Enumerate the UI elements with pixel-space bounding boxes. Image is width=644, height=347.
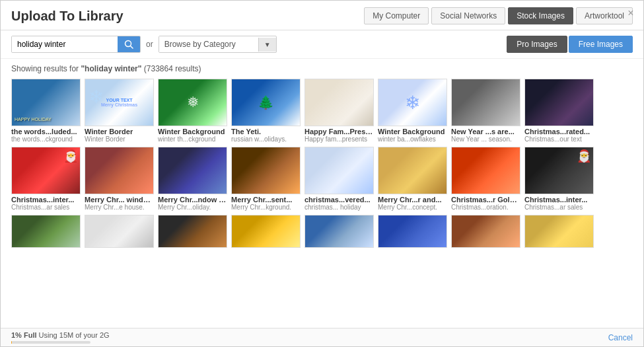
list-item[interactable]: ❅ Winter Background winter th...ckground [158,79,227,143]
image-thumb[interactable]: 🌲 [231,79,301,126]
pro-images-button[interactable]: Pro Images [507,36,567,53]
free-images-button[interactable]: Free Images [569,36,633,53]
list-item[interactable]: New Year ...s are... New Year ... season… [451,79,520,143]
image-thumb[interactable]: ❅ [158,79,227,126]
image-thumb[interactable] [304,79,374,126]
list-item[interactable]: Christmas...r Golden Christmas...oration… [451,147,520,211]
image-subtitle: New Year ... season. [451,135,520,143]
image-thumb[interactable] [304,215,374,248]
image-title: Christmas...r Golden [451,196,520,204]
list-item[interactable]: YOUR TEXTMerry Christmas ❄ Winter Border… [85,79,154,143]
image-subtitle: Merry Chr...oliday. [158,204,227,211]
list-item[interactable]: Merry Chr...ndow and Merry Chr...oliday. [158,147,227,211]
tab-stock-images[interactable]: Stock Images [508,7,573,24]
image-title: New Year ...s are... [451,128,520,135]
category-dropdown-button[interactable]: ▼ [258,38,276,52]
list-item[interactable]: Christmas...rated... Christmas...our tex… [524,79,594,143]
list-item[interactable]: christmas...vered... christmas... holida… [304,147,374,211]
list-item[interactable]: ❄ Winter Background winter ba...owflakes [378,79,447,143]
image-subtitle: christmas... holiday [304,204,374,211]
storage-bar-wrap [11,341,90,344]
image-thumb[interactable] [451,215,520,248]
thumb-inner [452,215,520,247]
image-subtitle: Merry Chr...kground. [231,204,301,211]
image-title: Winter Border [85,128,154,135]
image-subtitle: winter th...ckground [158,135,227,143]
thumb-inner [525,215,593,247]
results-prefix: Showing results for [11,64,81,73]
close-button[interactable]: × [625,7,637,19]
image-title: christmas...vered... [304,196,374,204]
search-input[interactable] [12,36,118,52]
image-thumb[interactable] [231,147,301,194]
svg-line-1 [131,46,133,49]
image-thumb[interactable] [524,79,594,126]
list-item[interactable]: Merry Chr... window. Merry Chr...e house… [85,147,154,211]
tab-social-networks[interactable]: Social Networks [431,7,505,24]
list-item[interactable]: Merry Chr...sent... Merry Chr...kground. [231,147,301,211]
thumb-inner [12,215,80,247]
list-item[interactable] [85,215,154,248]
your-text-overlay: YOUR TEXTMerry Christmas [101,98,137,107]
thumb-inner: HAPPY HOLIDAY [12,79,80,126]
image-thumb[interactable]: 🎅 [11,147,81,194]
results-count: (733864 results) [141,64,201,73]
image-thumb[interactable] [524,215,594,248]
cancel-button[interactable]: Cancel [608,333,633,342]
thumb-inner [305,147,373,194]
results-query: "holiday winter" [81,64,141,73]
thumb-inner: YOUR TEXTMerry Christmas ❄ [85,79,153,126]
image-subtitle: the words...ckground [11,135,81,143]
image-title: Merry Chr...r and... [378,196,447,204]
image-thumb[interactable] [451,79,520,126]
filter-buttons: Pro Images Free Images [507,36,633,53]
list-item[interactable]: 🎅 Christmas...inter... Christmas...ar sa… [524,147,594,211]
image-thumb[interactable] [158,215,227,248]
list-item[interactable]: Merry Chr...r and... Merry Chr...concept… [378,147,447,211]
thumb-inner [159,215,227,247]
category-select[interactable]: Browse by Category [159,36,258,52]
image-thumb[interactable] [11,215,81,248]
image-thumb[interactable] [158,147,227,194]
image-thumb[interactable]: 🎅 [524,147,594,194]
upload-modal: Upload To Library My Computer Social Net… [0,0,644,347]
storage-detail-label: Using 15M of your 2G [39,331,110,339]
image-title: Christmas...inter... [11,196,81,204]
image-thumb[interactable] [378,215,447,248]
image-subtitle: Merry Chr...e house. [85,204,154,211]
image-title: the words...luded... [11,128,81,135]
image-title: Merry Chr...ndow and [158,196,227,204]
list-item[interactable] [524,215,594,248]
list-item[interactable] [378,215,447,248]
image-thumb[interactable]: YOUR TEXTMerry Christmas ❄ [85,79,154,126]
image-thumb[interactable] [231,215,301,248]
image-subtitle: Christmas...ar sales [11,204,81,211]
thumb-inner [85,147,153,194]
modal-title: Upload To Library [11,9,124,24]
thumb-inner [232,215,300,247]
search-button[interactable] [118,36,140,52]
image-thumb[interactable] [451,147,520,194]
or-label: or [146,40,153,49]
tab-my-computer[interactable]: My Computer [364,7,429,24]
image-subtitle: winter ba...owflakes [378,135,447,143]
storage-pct-label: 1% Full [11,331,37,339]
list-item[interactable] [158,215,227,248]
image-thumb[interactable] [85,215,154,248]
list-item[interactable]: Happy Fam...Presents Happy fam...present… [304,79,374,143]
thumb-inner [305,79,373,126]
list-item[interactable] [304,215,374,248]
list-item[interactable]: HAPPY HOLIDAY the words...luded... the w… [11,79,81,143]
thumb-inner [85,215,153,247]
image-thumb[interactable] [85,147,154,194]
list-item[interactable] [11,215,81,248]
list-item[interactable] [451,215,520,248]
image-thumb[interactable]: HAPPY HOLIDAY [11,79,81,126]
image-thumb[interactable]: ❄ [378,79,447,126]
list-item[interactable]: 🎅 Christmas...inter... Christmas...ar sa… [11,147,81,211]
image-thumb[interactable] [378,147,447,194]
list-item[interactable]: 🌲 The Yeti. russian w...olidays. [231,79,301,143]
list-item[interactable] [231,215,301,248]
image-row-3 [11,215,633,248]
image-thumb[interactable] [304,147,374,194]
